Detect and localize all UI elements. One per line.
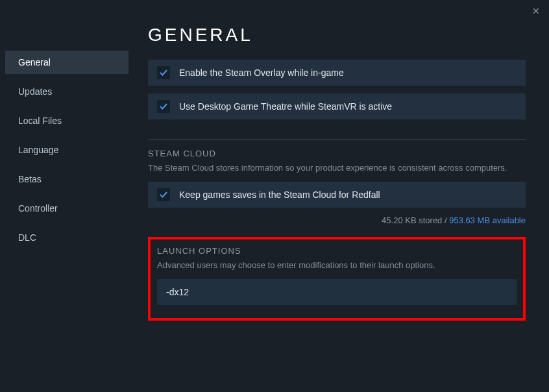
sidebar: General Updates Local Files Language Bet… [5, 5, 128, 387]
sidebar-item-controller[interactable]: Controller [5, 197, 128, 220]
check-icon [159, 190, 168, 199]
option-cloud-saves[interactable]: Keep games saves in the Steam Cloud for … [148, 182, 526, 208]
divider [148, 139, 526, 140]
option-overlay[interactable]: Enable the Steam Overlay while in-game [148, 60, 526, 86]
sidebar-item-language[interactable]: Language [5, 138, 128, 162]
launch-options-input[interactable] [157, 279, 517, 305]
page-title: GENERAL [148, 25, 526, 45]
option-label: Keep games saves in the Steam Cloud for … [179, 190, 380, 200]
option-label: Enable the Steam Overlay while in-game [179, 67, 344, 78]
checkbox-cloud-saves[interactable] [157, 188, 170, 201]
sidebar-item-local-files[interactable]: Local Files [5, 109, 128, 132]
check-icon [159, 68, 168, 77]
sidebar-item-betas[interactable]: Betas [5, 167, 128, 191]
cloud-desc: The Steam Cloud stores information so yo… [148, 162, 526, 174]
sidebar-item-updates[interactable]: Updates [5, 80, 128, 103]
option-desktop-theatre[interactable]: Use Desktop Game Theatre while SteamVR i… [148, 93, 526, 119]
option-label: Use Desktop Game Theatre while SteamVR i… [179, 101, 392, 112]
sidebar-item-dlc[interactable]: DLC [5, 226, 128, 249]
storage-available-link[interactable]: 953.63 MB available [449, 215, 526, 225]
sidebar-item-general[interactable]: General [5, 51, 128, 74]
storage-stored: 45.20 KB stored [382, 215, 442, 225]
cloud-heading: STEAM CLOUD [148, 149, 526, 158]
close-button[interactable]: ✕ [532, 6, 540, 16]
launch-heading: LAUNCH OPTIONS [157, 246, 517, 256]
check-icon [159, 102, 168, 111]
checkbox-overlay[interactable] [157, 66, 170, 79]
storage-separator: / [442, 215, 449, 225]
checkbox-desktop-theatre[interactable] [157, 100, 170, 113]
properties-window: General Updates Local Files Language Bet… [0, 0, 549, 392]
cloud-storage-info: 45.20 KB stored / 953.63 MB available [148, 215, 526, 225]
launch-options-highlight: LAUNCH OPTIONS Advanced users may choose… [148, 237, 526, 321]
launch-desc: Advanced users may choose to enter modif… [157, 260, 517, 271]
main-panel: GENERAL Enable the Steam Overlay while i… [128, 5, 544, 387]
